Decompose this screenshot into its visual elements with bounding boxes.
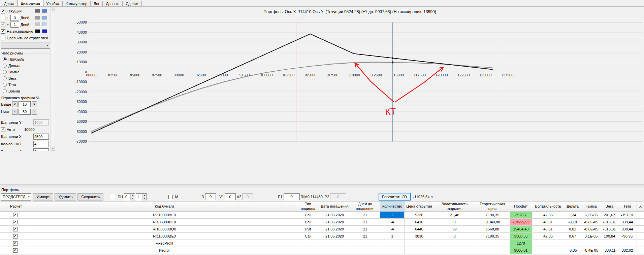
column-header-цена-открытия[interactable]: Цена открытия: [405, 202, 434, 212]
cell-open_vol[interactable]: 0: [434, 219, 475, 226]
cell-type[interactable]: Put: [297, 226, 319, 233]
expiration-color-swatch-1[interactable]: [35, 29, 40, 33]
column-header-вега[interactable]: Вега: [601, 202, 618, 212]
cell-gamma[interactable]: -8,8E-05: [581, 226, 601, 233]
cell-code[interactable]: RI110000BE0: [32, 233, 297, 240]
expiration-color-swatch-2[interactable]: [42, 29, 47, 33]
cell-x[interactable]: [637, 226, 644, 233]
cell-theta[interactable]: -98,95: [618, 233, 637, 240]
cell-theta[interactable]: 382,02: [618, 247, 637, 254]
cell-theor[interactable]: 11048,88: [475, 219, 510, 226]
calc-cell[interactable]: [0, 247, 32, 254]
column-header-волатильность-открытия[interactable]: Волатильность открытия: [434, 202, 475, 212]
cell-vega[interactable]: 201,67: [601, 212, 618, 219]
cell-date[interactable]: 21.05.2020: [319, 226, 350, 233]
cell-vol[interactable]: [532, 240, 564, 247]
cell-theta[interactable]: [618, 240, 637, 247]
cell-x[interactable]: [637, 247, 644, 254]
days1-color-swatch-2[interactable]: [42, 16, 47, 20]
days2-color-swatch-2[interactable]: [42, 23, 47, 26]
column-header-профит[interactable]: Профит: [510, 202, 532, 212]
expiration-checkbox[interactable]: [1, 29, 5, 34]
above-increment-button[interactable]: >: [32, 101, 37, 107]
column-header-расчет[interactable]: Расчет: [0, 202, 32, 212]
calc-cell[interactable]: [0, 226, 32, 233]
row-calc-checkbox[interactable]: [13, 220, 18, 224]
cell-gamma[interactable]: -8,8E-05: [581, 219, 601, 226]
cell-theor[interactable]: [475, 240, 510, 247]
scroll-down-icon[interactable]: ▼: [51, 146, 55, 151]
tab-калькулятор[interactable]: Калькулятор: [62, 1, 91, 6]
above-input[interactable]: [19, 101, 31, 107]
calc-margin-button[interactable]: Рассчитать ГО: [379, 193, 410, 201]
cell-profit[interactable]: 3380,35: [510, 233, 532, 240]
cell-qty[interactable]: -4: [380, 219, 405, 226]
cell-type[interactable]: [297, 240, 319, 247]
dh-spinner-1-value[interactable]: [124, 194, 130, 200]
draw-option-тета[interactable]: Тета: [1, 81, 51, 88]
cell-gamma[interactable]: -8,4E-05: [581, 247, 601, 254]
calc-cell[interactable]: [0, 233, 32, 240]
dh-checkbox[interactable]: [111, 195, 115, 199]
plus-days-checkbox-1[interactable]: [1, 16, 5, 20]
cell-profit[interactable]: 9500,01: [510, 247, 532, 254]
horizontal-splitter[interactable]: [0, 184, 644, 187]
dh-spinner-1[interactable]: ▲▼: [124, 193, 135, 200]
strategy-combobox[interactable]: ▼: [1, 42, 50, 49]
calc-cell[interactable]: [0, 219, 32, 226]
column-header-волатильность[interactable]: Волатильность: [532, 202, 564, 212]
auto-checkbox[interactable]: [1, 128, 5, 132]
cell-x[interactable]: [637, 233, 644, 240]
cell-date[interactable]: 21.05.2020: [319, 212, 350, 219]
plus-days-checkbox-2[interactable]: [1, 23, 5, 27]
row-calc-checkbox[interactable]: [13, 248, 18, 253]
days-input-1[interactable]: [10, 15, 19, 21]
cell-gamma[interactable]: 6,1E-05: [581, 212, 601, 219]
delete-button[interactable]: Удалить: [55, 193, 76, 201]
column-header-теоретическая-цена[interactable]: Теоретическая цена: [475, 202, 510, 212]
row-calc-checkbox[interactable]: [13, 227, 18, 231]
cell-type[interactable]: Call: [297, 212, 319, 219]
cell-vega[interactable]: 100,84: [601, 233, 618, 240]
cell-days[interactable]: [350, 247, 380, 254]
cell-profit[interactable]: 19484,48: [510, 226, 532, 233]
sidebar-scrollbar[interactable]: ▲ ▼: [51, 7, 55, 151]
cell-code[interactable]: FixedProfit: [32, 240, 297, 247]
calc-cell[interactable]: [0, 240, 32, 247]
cell-theta[interactable]: 339,44: [618, 219, 637, 226]
p2-input[interactable]: [330, 193, 346, 200]
cell-code[interactable]: RI105000BQ0: [32, 226, 297, 233]
radio-icon[interactable]: [3, 70, 7, 74]
draw-option-прибыль[interactable]: Прибыль: [1, 56, 51, 62]
cell-vega[interactable]: [601, 240, 618, 247]
cell-open_vol[interactable]: 99: [434, 226, 475, 233]
cell-days[interactable]: 21: [350, 219, 380, 226]
cell-open_price[interactable]: 6440: [405, 226, 434, 233]
cell-date[interactable]: [319, 240, 350, 247]
compare-strategy-checkbox[interactable]: [1, 36, 5, 40]
cell-delta[interactable]: -3,18: [564, 219, 581, 226]
cell-profit[interactable]: 1270: [510, 240, 532, 247]
draw-option-гамма[interactable]: Гамма: [1, 69, 51, 75]
days-input-2[interactable]: [10, 22, 19, 28]
cell-vol[interactable]: 46,31: [532, 219, 564, 226]
cell-delta[interactable]: 0,67: [564, 233, 581, 240]
cell-delta[interactable]: 0,82: [564, 226, 581, 233]
cell-open_price[interactable]: 3810: [405, 233, 434, 240]
column-header-гамма[interactable]: Гамма: [581, 202, 601, 212]
save-button[interactable]: Сохранить: [77, 193, 103, 201]
cell-theta[interactable]: -197,91: [618, 212, 637, 219]
radio-icon[interactable]: [3, 76, 7, 80]
cell-theor[interactable]: [475, 247, 510, 254]
grid-x-input[interactable]: [33, 134, 49, 140]
cell-open_price[interactable]: [405, 240, 434, 247]
radio-icon[interactable]: [3, 89, 7, 93]
cell-vega[interactable]: -316,31: [601, 219, 618, 226]
cell-open_vol[interactable]: [434, 240, 475, 247]
current-checkbox[interactable]: [1, 9, 5, 13]
cell-x[interactable]: [637, 212, 644, 219]
column-header-тип-опциона[interactable]: Тип опциона: [297, 202, 319, 212]
cell-days[interactable]: 21: [350, 233, 380, 240]
column-header-код-бумаги[interactable]: Код бумаги: [32, 202, 297, 212]
column-header-дельта[interactable]: Дельта: [564, 202, 581, 212]
